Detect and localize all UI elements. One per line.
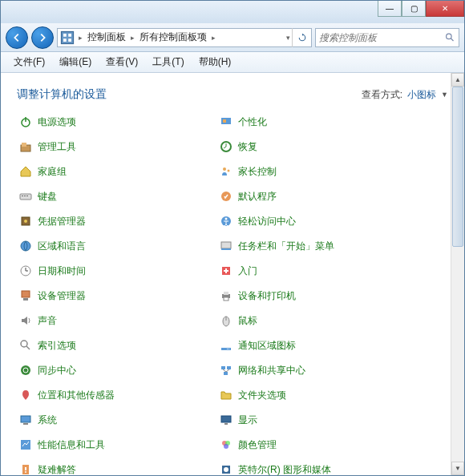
color-icon — [219, 438, 233, 452]
forward-button[interactable] — [31, 26, 54, 49]
cp-item-power[interactable]: 电源选项 — [17, 113, 209, 131]
breadcrumb-sep[interactable]: ▸ — [129, 34, 136, 42]
svg-rect-12 — [22, 196, 23, 196]
view-label: 查看方式: — [362, 88, 402, 102]
scroll-thumb[interactable] — [452, 87, 463, 247]
cp-item-perf[interactable]: 性能信息和工具 — [17, 436, 209, 454]
cp-item-device[interactable]: 设备管理器 — [17, 287, 209, 305]
cp-item-label: 鼠标 — [238, 314, 257, 328]
network-icon — [219, 363, 233, 377]
breadcrumb-item[interactable]: 控制面板 — [84, 30, 129, 44]
svg-rect-4 — [68, 38, 71, 42]
menu-view[interactable]: 查看(V) — [99, 54, 144, 71]
scroll-up-button[interactable]: ▲ — [451, 73, 464, 87]
cp-item-display[interactable]: 显示 — [217, 411, 410, 429]
cp-item-getting[interactable]: 入门 — [217, 262, 410, 280]
cp-item-admin[interactable]: 管理工具 — [17, 138, 209, 155]
svg-point-45 — [225, 218, 228, 220]
menu-tools[interactable]: 工具(T) — [146, 54, 190, 71]
svg-point-68 — [224, 467, 228, 472]
recovery-icon — [219, 139, 233, 154]
svg-rect-1 — [63, 34, 67, 37]
window: — ▢ ✕ ▸ 控制面板 ▸ 所有控制面板项 ▸ ▾ — [0, 0, 465, 476]
svg-rect-28 — [21, 440, 30, 450]
arrow-right-icon — [37, 32, 48, 43]
minimize-button[interactable]: — — [378, 1, 402, 17]
svg-rect-46 — [221, 242, 231, 248]
search-input[interactable] — [319, 32, 445, 43]
cp-item-label: 入门 — [238, 264, 257, 278]
cp-item-network[interactable]: 网络和共享中心 — [217, 361, 410, 379]
cp-item-system[interactable]: 系统 — [17, 411, 209, 429]
cp-item-label: 轻松访问中心 — [238, 215, 296, 228]
home-icon — [18, 164, 33, 179]
cp-item-sound[interactable]: 声音 — [17, 312, 209, 329]
svg-rect-21 — [22, 291, 30, 297]
cp-item-trouble[interactable]: 疑难解答 — [17, 461, 209, 475]
keyboard-icon — [18, 189, 33, 204]
scroll-down-button[interactable]: ▼ — [451, 462, 464, 475]
default-icon — [219, 189, 233, 204]
cp-item-default[interactable]: 默认程序 — [217, 188, 410, 205]
svg-point-25 — [21, 365, 30, 375]
address-bar[interactable]: ▸ 控制面板 ▸ 所有控制面板项 ▸ ▾ — [57, 28, 312, 47]
notify-icon — [219, 338, 233, 353]
admin-icon — [18, 139, 33, 154]
cp-item-ease[interactable]: 轻松访问中心 — [217, 212, 410, 230]
maximize-button[interactable]: ▢ — [402, 1, 426, 17]
breadcrumb-item[interactable]: 所有控制面板项 — [136, 30, 210, 44]
cp-item-intel[interactable]: 英特尔(R) 图形和媒体 — [217, 461, 410, 475]
cp-item-label: 位置和其他传感器 — [38, 389, 115, 402]
svg-rect-55 — [227, 349, 228, 349]
cp-item-label: 键盘 — [38, 190, 57, 204]
svg-rect-56 — [228, 349, 229, 349]
cp-item-vault[interactable]: 凭据管理器 — [17, 212, 209, 230]
menu-help[interactable]: 帮助(H) — [192, 54, 238, 71]
cp-item-recovery[interactable]: 恢复 — [217, 138, 410, 155]
folder-icon — [219, 388, 233, 402]
region-icon — [18, 239, 33, 253]
view-mode-link[interactable]: 小图标 — [407, 88, 436, 102]
menu-edit[interactable]: 编辑(E) — [53, 54, 98, 71]
cp-item-printer[interactable]: 设备和打印机 — [217, 287, 410, 305]
content-area: 调整计算机的设置 查看方式: 小图标 ▼ 电源选项管理工具家庭组键盘凭据管理器区… — [1, 73, 464, 475]
menu-file[interactable]: 文件(F) — [7, 54, 51, 71]
cp-item-clock[interactable]: 日期和时间 — [17, 262, 209, 280]
refresh-button[interactable] — [292, 28, 311, 47]
cp-item-location[interactable]: 位置和其他传感器 — [17, 386, 209, 404]
cp-item-personalize[interactable]: 个性化 — [217, 113, 410, 131]
back-button[interactable] — [6, 26, 28, 49]
cp-item-sync[interactable]: 同步中心 — [17, 361, 209, 379]
breadcrumb-sep[interactable]: ▸ — [210, 34, 217, 42]
cp-item-label: 任务栏和「开始」菜单 — [238, 240, 334, 253]
cp-item-label: 颜色管理 — [238, 438, 277, 452]
cp-item-label: 同步中心 — [38, 364, 76, 377]
arrow-left-icon — [11, 32, 22, 43]
cp-item-color[interactable]: 颜色管理 — [217, 436, 410, 454]
cp-item-home[interactable]: 家庭组 — [17, 163, 209, 180]
cp-item-parental[interactable]: 家长控制 — [217, 163, 410, 180]
cp-item-mouse[interactable]: 鼠标 — [217, 312, 410, 329]
address-dropdown[interactable]: ▾ — [285, 34, 292, 42]
cp-item-keyboard[interactable]: 键盘 — [17, 188, 209, 205]
svg-point-17 — [21, 241, 30, 251]
titlebar: — ▢ ✕ — [1, 1, 464, 23]
cp-item-folder[interactable]: 文件夹选项 — [217, 386, 410, 404]
cp-item-region[interactable]: 区域和语言 — [17, 237, 209, 255]
view-control: 查看方式: 小图标 ▼ — [362, 88, 448, 102]
close-button[interactable]: ✕ — [426, 1, 464, 17]
taskbar-icon — [219, 239, 233, 253]
svg-rect-0 — [62, 31, 74, 43]
search-box[interactable] — [315, 28, 459, 47]
scrollbar[interactable]: ▲ ▼ — [451, 73, 464, 475]
cp-item-label: 声音 — [38, 314, 57, 328]
svg-point-41 — [223, 167, 226, 171]
svg-rect-22 — [23, 298, 28, 301]
cp-item-index[interactable]: 索引选项 — [17, 337, 209, 354]
cp-item-notify[interactable]: 通知区域图标 — [217, 337, 410, 354]
svg-line-60 — [223, 369, 226, 372]
clock-icon — [18, 264, 33, 278]
cp-item-taskbar[interactable]: 任务栏和「开始」菜单 — [217, 237, 410, 255]
view-dropdown-icon[interactable]: ▼ — [441, 91, 448, 99]
breadcrumb-sep[interactable]: ▸ — [77, 34, 84, 42]
